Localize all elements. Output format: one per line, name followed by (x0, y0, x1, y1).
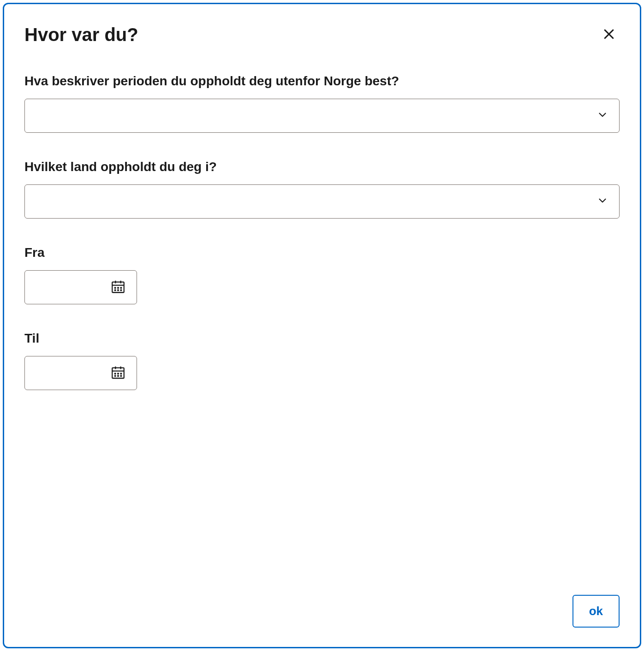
svg-point-20 (118, 375, 119, 376)
svg-point-17 (118, 373, 119, 374)
period-select[interactable] (24, 99, 620, 133)
svg-point-19 (115, 375, 116, 376)
svg-point-10 (118, 290, 119, 290)
ok-button[interactable]: ok (572, 595, 620, 628)
svg-point-9 (115, 290, 116, 290)
modal-dialog: Hvor var du? Hva beskriver perioden du o… (3, 3, 641, 648)
svg-point-16 (115, 373, 116, 374)
close-button[interactable] (598, 24, 620, 46)
svg-point-6 (115, 287, 116, 288)
country-select[interactable] (24, 184, 620, 219)
to-label: Til (24, 331, 620, 346)
to-calendar-button[interactable] (108, 363, 128, 384)
svg-point-8 (120, 287, 121, 288)
modal-header: Hvor var du? (24, 24, 620, 46)
country-field-group: Hvilket land oppholdt du deg i? (24, 160, 620, 219)
period-field-group: Hva beskriver perioden du oppholdt deg u… (24, 74, 620, 133)
from-field-group: Fra (24, 245, 620, 304)
to-field-group: Til (24, 331, 620, 390)
svg-point-18 (120, 373, 121, 374)
to-date-wrapper (24, 356, 137, 390)
calendar-icon (110, 365, 126, 382)
svg-point-7 (118, 287, 119, 288)
svg-point-11 (120, 290, 121, 290)
modal-title: Hvor var du? (24, 24, 138, 45)
period-select-wrapper (24, 99, 620, 133)
close-icon (602, 27, 616, 42)
from-calendar-button[interactable] (108, 277, 128, 298)
from-date-wrapper (24, 270, 137, 304)
country-label: Hvilket land oppholdt du deg i? (24, 160, 620, 174)
modal-footer: ok (24, 595, 620, 628)
svg-point-21 (120, 375, 121, 376)
period-label: Hva beskriver perioden du oppholdt deg u… (24, 74, 620, 89)
from-label: Fra (24, 245, 620, 260)
calendar-icon (110, 279, 126, 296)
country-select-wrapper (24, 184, 620, 219)
